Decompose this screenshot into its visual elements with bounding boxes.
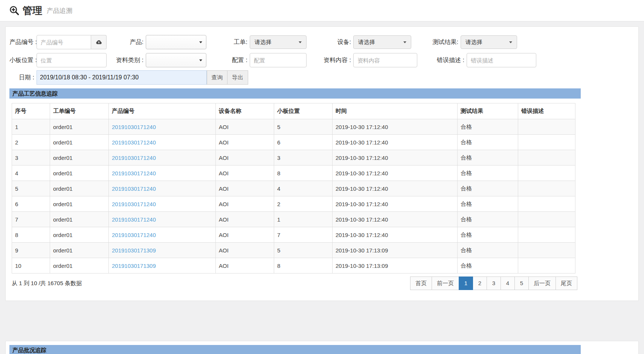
table-cell: [518, 258, 575, 273]
table-cell: [518, 150, 575, 166]
table-cell: AOI: [216, 166, 274, 181]
page-button-4[interactable]: 4: [501, 277, 515, 290]
config-input[interactable]: [250, 53, 307, 67]
table-cell: 5: [12, 181, 50, 196]
zoom-in-icon: [9, 5, 20, 16]
table-row: 3order0120191030171240AOI32019-10-30 17:…: [12, 150, 575, 166]
table-cell: 20191030171240: [109, 166, 216, 181]
table-cell: 2019-10-30 17:12:40: [333, 181, 458, 196]
table-cell: 20191030171240: [109, 150, 216, 166]
query-button[interactable]: 查询: [207, 70, 227, 85]
product-no-input[interactable]: [37, 35, 91, 49]
table-cell: AOI: [216, 135, 274, 150]
table-cell: 5: [274, 243, 333, 258]
page-button-后一页[interactable]: 后一页: [528, 277, 556, 290]
data-content-input[interactable]: [353, 53, 417, 67]
board-pos-input[interactable]: [37, 53, 107, 67]
product-number-link[interactable]: 20191030171240: [112, 216, 156, 223]
process-table: 序号工单编号产品编号设备名称小板位置时间测试结果错误描述 1order01201…: [12, 103, 575, 273]
date-label: 日期 :: [9, 74, 37, 82]
filter-row-2: 小板位置 : 资料类别 : 配置 : 资料内容 : 错误描述 :: [9, 53, 635, 67]
table-cell: AOI: [216, 150, 274, 166]
column-header: 工单编号: [50, 103, 109, 119]
product-no-group: [37, 35, 107, 49]
column-header: 时间: [333, 103, 458, 119]
table-cell: order01: [50, 150, 109, 166]
table-cell: 2019-10-30 17:12:40: [333, 135, 458, 150]
product-number-link[interactable]: 20191030171309: [112, 247, 156, 254]
table-cell: [518, 227, 575, 243]
table-cell: order01: [50, 212, 109, 227]
process-section-banner: 产品工艺信息追踪: [9, 88, 581, 99]
product-number-link[interactable]: 20191030171240: [112, 170, 156, 176]
table-cell: 合格: [458, 227, 518, 243]
table-cell: [518, 212, 575, 227]
error-desc-label: 错误描述 :: [417, 56, 467, 64]
test-result-dropdown[interactable]: 请选择: [461, 35, 517, 49]
filter-row-1: 产品编号 : 产品: 工单: 请选择 设备: 请选择 测试结果:: [9, 35, 635, 49]
table-cell: 合格: [458, 135, 518, 150]
table-cell: 8: [12, 227, 50, 243]
product-number-link[interactable]: 20191030171309: [112, 263, 156, 269]
product-number-link[interactable]: 20191030171240: [112, 155, 156, 161]
table-cell: 合格: [458, 212, 518, 227]
table-cell: 2019-10-30 17:12:40: [333, 227, 458, 243]
page-button-首页[interactable]: 首页: [410, 277, 432, 290]
board-pos-label: 小板位置 :: [9, 56, 37, 64]
table-cell: 合格: [458, 243, 518, 258]
table-cell: 2019-10-30 17:12:40: [333, 166, 458, 181]
column-header: 错误描述: [518, 103, 575, 119]
table-cell: [518, 243, 575, 258]
page-button-2[interactable]: 2: [473, 277, 487, 290]
table-cell: 8: [274, 166, 333, 181]
page-button-5[interactable]: 5: [514, 277, 529, 290]
table-cell: order01: [50, 243, 109, 258]
table-cell: AOI: [216, 227, 274, 243]
table-cell: 2: [12, 135, 50, 150]
table-row: 1order0120191030171240AOI52019-10-30 17:…: [12, 119, 575, 135]
table-row: 10order0120191030171309AOI82019-10-30 17…: [12, 258, 575, 273]
product-number-link[interactable]: 20191030171240: [112, 201, 156, 207]
table-cell: order01: [50, 227, 109, 243]
product-number-link[interactable]: 20191030171240: [112, 124, 156, 130]
table-cell: 合格: [458, 258, 518, 273]
date-range-input[interactable]: [37, 70, 207, 85]
error-desc-input[interactable]: [467, 53, 536, 67]
table-cell: 1: [12, 119, 50, 135]
data-type-label: 资料类别 :: [107, 56, 146, 64]
table-cell: order01: [50, 258, 109, 273]
table-cell: 2019-10-30 17:12:40: [333, 150, 458, 166]
upload-button[interactable]: [91, 35, 107, 49]
table-cell: 20191030171240: [109, 227, 216, 243]
page-button-前一页[interactable]: 前一页: [432, 277, 459, 290]
page-button-尾页[interactable]: 尾页: [555, 277, 577, 290]
config-label: 配置 :: [206, 56, 250, 64]
chevron-down-icon: [299, 41, 302, 43]
table-cell: 3: [12, 150, 50, 166]
chevron-down-icon: [403, 41, 406, 43]
chevron-down-icon: [199, 41, 202, 43]
table-cell: AOI: [216, 243, 274, 258]
page-button-1[interactable]: 1: [459, 277, 473, 290]
product-number-link[interactable]: 20191030171240: [112, 139, 156, 146]
work-order-dropdown[interactable]: 请选择: [250, 35, 307, 49]
test-result-label: 测试结果:: [411, 38, 461, 46]
table-cell: [518, 166, 575, 181]
table-cell: 2019-10-30 17:12:40: [333, 212, 458, 227]
table-cell: order01: [50, 119, 109, 135]
data-type-select[interactable]: [146, 53, 206, 67]
product-select[interactable]: [146, 35, 206, 49]
table-cell: 8: [274, 258, 333, 273]
table-cell: 20191030171240: [109, 135, 216, 150]
table-cell: 20191030171240: [109, 119, 216, 135]
device-label: 设备:: [307, 38, 353, 46]
device-dropdown[interactable]: 请选择: [353, 35, 411, 49]
column-header: 测试结果: [458, 103, 518, 119]
page-button-3[interactable]: 3: [487, 277, 501, 290]
export-button[interactable]: 导出: [227, 70, 248, 85]
product-number-link[interactable]: 20191030171240: [112, 232, 156, 238]
process-trace-panel: 产品编号 : 产品: 工单: 请选择 设备: 请选择 测试结果:: [5, 26, 639, 301]
product-number-link[interactable]: 20191030171240: [112, 185, 156, 192]
page-subtitle: 产品追溯: [47, 6, 72, 15]
table-cell: [518, 119, 575, 135]
